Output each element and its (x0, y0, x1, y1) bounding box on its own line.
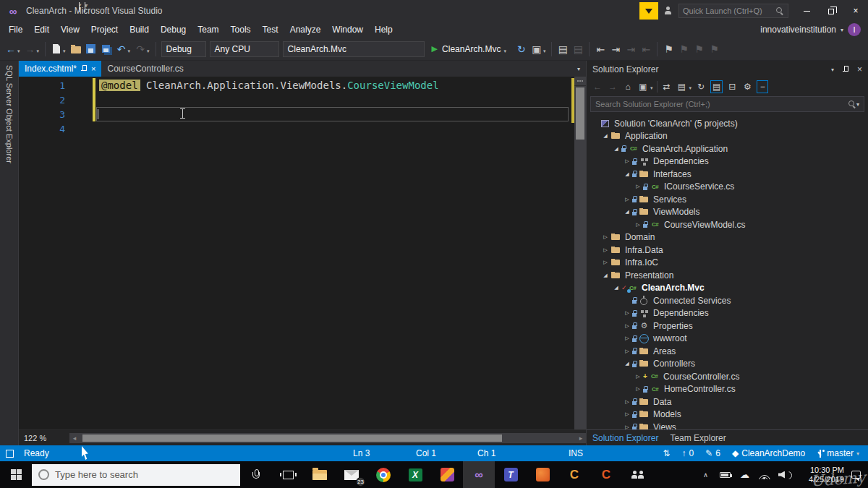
toggle-bookmark-button[interactable]: ⚑ (661, 41, 676, 57)
collapse-all-icon[interactable]: ⊟ (726, 80, 738, 93)
home-icon[interactable]: ⌂ (622, 80, 634, 93)
collapsed-icon[interactable]: ▷ (600, 234, 610, 240)
chevron-down-icon[interactable]: ▾ (543, 48, 546, 54)
repository-button[interactable]: ◆ CleanArchDemo (732, 448, 805, 458)
editor-tab[interactable]: Index.cshtml*× (19, 61, 101, 77)
chrome-button[interactable] (367, 461, 399, 488)
tray-expand-button[interactable]: ∧ (696, 461, 715, 488)
collapsed-icon[interactable]: ▷ (622, 411, 632, 417)
save-button[interactable] (84, 41, 98, 57)
excel-button[interactable]: X (399, 461, 431, 488)
menu-item-build[interactable]: Build (124, 23, 155, 36)
window-position-dropdown[interactable]: ▾ (831, 67, 834, 73)
teams-button[interactable]: T (495, 461, 527, 488)
collapsed-icon[interactable]: ▷ (622, 310, 632, 316)
collapsed-icon[interactable]: ▷ (633, 386, 643, 392)
tree-item[interactable]: ▷Infra.IoC (587, 257, 868, 270)
account-avatar[interactable]: I (848, 23, 861, 36)
tree-item[interactable]: ▷Dependencies (587, 155, 868, 168)
tree-item[interactable]: Connected Services (587, 294, 868, 307)
editor-tab[interactable]: CourseController.cs (101, 61, 189, 77)
task-view-button[interactable] (272, 461, 304, 488)
menu-item-edit[interactable]: Edit (28, 23, 55, 36)
menu-item-file[interactable]: File (3, 23, 28, 36)
c-app-button-2[interactable]: C (590, 461, 622, 488)
sql-server-object-explorer-tab[interactable]: SQL Server Object Explorer (0, 61, 19, 445)
collapsed-icon[interactable]: ▷ (600, 247, 610, 253)
solution-platform-combo[interactable]: Any CPU ▾ (210, 41, 279, 57)
tree-item[interactable]: ▷Dependencies (587, 307, 868, 320)
startup-project-combo[interactable]: CleanArch.Mvc ▾ (283, 41, 425, 57)
code-editor[interactable]: 1@model CleanArch.Application.ViewModels… (19, 77, 586, 429)
menu-item-team[interactable]: Team (192, 23, 224, 36)
menu-item-tools[interactable]: Tools (225, 23, 257, 36)
code-line[interactable]: 1@model CleanArch.Application.ViewModels… (19, 78, 586, 93)
tree-item[interactable]: ▷+C#CourseController.cs (587, 370, 868, 383)
tree-item[interactable]: ◢Interfaces (587, 168, 868, 181)
tree-item[interactable]: ▷Infra.Data (587, 244, 868, 257)
solution-configuration-combo[interactable]: Debug ▾ (161, 41, 206, 57)
tree-item[interactable]: ◢✓C#CleanArch.Mvc (587, 282, 868, 295)
previous-bookmark-button[interactable]: ⚑ (676, 41, 691, 57)
navigate-forward-button[interactable]: → (23, 41, 38, 57)
tree-item[interactable]: Solution 'CleanArch' (5 projects) (587, 117, 868, 130)
collapsed-icon[interactable]: ▷ (622, 158, 632, 164)
pending-edits-button[interactable]: ✎ 6 (705, 448, 720, 458)
menu-item-analyze[interactable]: Analyze (284, 23, 327, 36)
find-in-files-button[interactable]: ▤ (556, 41, 570, 57)
collapsed-icon[interactable]: ▷ (600, 260, 610, 265)
quick-launch-input[interactable]: Quick Launch (Ctrl+Q) (678, 4, 788, 18)
microphone-button[interactable] (240, 461, 272, 488)
open-file-button[interactable] (69, 41, 83, 57)
new-file-button[interactable] (49, 41, 64, 57)
menu-item-window[interactable]: Window (326, 23, 369, 36)
tree-item[interactable]: ▷Data (587, 395, 868, 408)
chevron-down-icon[interactable]: ▾ (147, 48, 150, 54)
expanded-icon[interactable]: ◢ (611, 146, 621, 152)
scrollbar-thumb[interactable] (82, 435, 502, 442)
battery-button[interactable] (715, 461, 735, 488)
taskbar-search-input[interactable]: Type here to search (32, 464, 240, 486)
close-button[interactable]: × (843, 0, 868, 22)
expanded-icon[interactable]: ◢ (622, 361, 632, 367)
restore-button[interactable] (819, 0, 843, 22)
show-all-files-icon[interactable]: ▤ (710, 80, 723, 93)
background-tasks-icon[interactable] (6, 450, 14, 458)
quick-actions-button[interactable]: ▣ (529, 41, 544, 57)
increase-indent-button[interactable]: ⇥ (608, 41, 623, 57)
tree-item[interactable]: ▷wwwroot (587, 333, 868, 346)
chevron-down-icon[interactable]: ▾ (63, 48, 66, 54)
undo-button[interactable]: ↶ (114, 41, 129, 57)
chevron-down-icon[interactable]: ▾ (650, 85, 653, 91)
tree-item[interactable]: ▷C#HomeController.cs (587, 383, 868, 396)
navigate-back-button[interactable]: ← (4, 41, 18, 57)
pin-icon[interactable] (81, 65, 87, 73)
scroll-left-icon[interactable]: ◂ (69, 435, 80, 442)
properties-icon[interactable]: ⚙ (741, 80, 753, 93)
chevron-down-icon[interactable]: ▾ (17, 48, 20, 54)
uncomment-button[interactable]: ⇤ (639, 41, 653, 57)
refresh-button[interactable]: ↻ (514, 41, 529, 57)
solution-explorer-search-input[interactable]: Search Solution Explorer (Ctrl+;) ▾ (590, 96, 864, 112)
sync-active-document-icon[interactable]: ⇄ (661, 80, 673, 93)
back-icon[interactable]: ← (592, 80, 603, 93)
start-debugging-button[interactable]: ▶ CleanArch.Mvc ▾ (427, 41, 514, 57)
zoom-combo[interactable]: 122 % ▾ (19, 434, 69, 442)
app-button-1[interactable] (431, 461, 463, 488)
branch-button[interactable]: master ▾ (817, 448, 859, 458)
action-center-button[interactable] (848, 461, 868, 488)
sync-status-button[interactable]: ⇅ (663, 448, 671, 458)
clear-bookmarks-button[interactable]: ⚑ (707, 41, 721, 57)
minimize-button[interactable] (794, 0, 819, 22)
notifications-flag-button[interactable] (639, 2, 658, 20)
code-line[interactable]: 4 (19, 121, 586, 136)
horizontal-scrollbar[interactable]: ◂ ▸ (69, 433, 586, 443)
document-list-dropdown[interactable]: ▾ (577, 66, 586, 72)
collapsed-icon[interactable]: ▷ (622, 335, 632, 341)
pending-changes-filter-icon[interactable]: ▤ (676, 80, 688, 93)
volume-button[interactable] (774, 461, 793, 488)
refresh-icon[interactable]: ↻ (695, 80, 707, 93)
pin-icon[interactable] (843, 66, 848, 74)
collapsed-icon[interactable]: ▷ (633, 222, 643, 228)
next-bookmark-button[interactable]: ⚑ (692, 41, 706, 57)
